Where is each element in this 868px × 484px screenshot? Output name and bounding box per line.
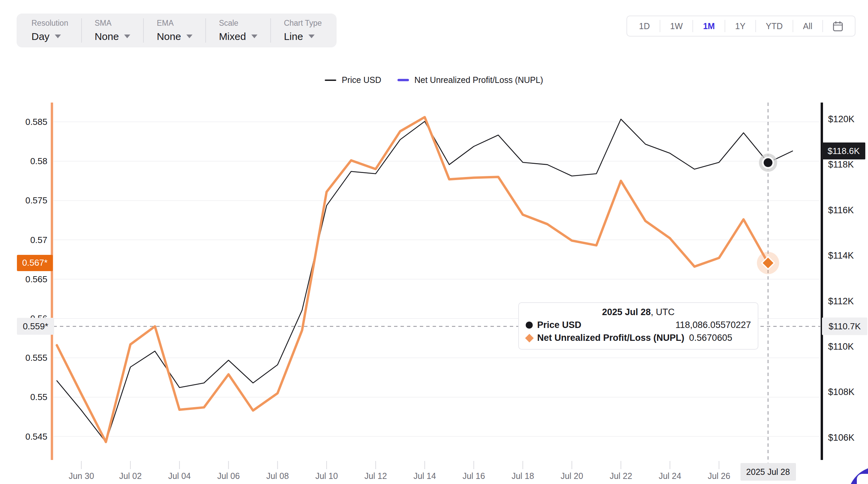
right-axis-tick-label: $118K	[828, 159, 854, 170]
left-axis-tick-label: 0.55	[0, 392, 47, 402]
x-axis-tick-label: Jul 12	[364, 471, 387, 481]
right-axis-tick-label: $116K	[828, 205, 854, 215]
x-axis-tick-label: Jul 10	[315, 471, 338, 481]
x-axis-tick-label: Jul 04	[168, 471, 191, 481]
right-axis-tick-label: $106K	[828, 432, 854, 443]
left-axis-tick-label: 0.57	[0, 235, 47, 245]
x-axis-tick-label: Jul 26	[708, 471, 730, 481]
x-axis-tick-label: Jul 08	[266, 471, 289, 481]
x-axis-tick-label: Jun 30	[69, 471, 94, 481]
tooltip-date: 2025 Jul 28, UTC	[526, 307, 751, 317]
chart-page: Resolution Day SMA None EMA None Scale M…	[0, 0, 868, 484]
price-nupl-chart[interactable]	[0, 0, 868, 484]
x-axis-tick-label: Jul 22	[610, 471, 632, 481]
tooltip-date-bold: 2025 Jul 28	[602, 307, 651, 317]
x-axis-tick-label: Jul 18	[511, 471, 534, 481]
left-axis-tick-label: 0.555	[0, 353, 47, 363]
price-latest-value-badge: $118.6K	[822, 142, 865, 159]
tooltip-timezone: , UTC	[651, 307, 675, 317]
crosshair-date-badge: 2025 Jul 28	[740, 463, 796, 481]
left-axis-tick-label: 0.565	[0, 274, 47, 284]
price-marker-icon	[526, 322, 533, 329]
x-axis-tick-label: Jul 02	[119, 471, 142, 481]
x-axis-tick-label: Jul 16	[462, 471, 485, 481]
chat-bubble-icon	[857, 474, 868, 484]
x-axis-tick-label: Jul 14	[413, 471, 436, 481]
left-axis-tick-label: 0.585	[0, 117, 47, 127]
price-marker-dot	[764, 158, 773, 167]
nupl-marker-icon	[525, 334, 533, 342]
left-axis-tick-label: 0.58	[0, 156, 47, 167]
x-axis-tick-label: Jul 20	[561, 471, 583, 481]
left-axis-tick-label: 0.545	[0, 431, 47, 442]
right-axis-tick-label: $108K	[828, 387, 854, 397]
right-axis-tick-label: $112K	[828, 296, 854, 306]
left-axis-line	[51, 103, 53, 460]
crosshair-left-value-badge: 0.559*	[17, 318, 54, 335]
nupl-latest-value-badge: 0.567*	[17, 255, 53, 271]
tooltip-row-nupl: Net Unrealized Profit/Loss (NUPL) 0.5670…	[526, 333, 751, 343]
tooltip-price-value: 118,086.05570227	[676, 320, 751, 330]
x-axis-tick-label: Jul 24	[659, 471, 681, 481]
left-axis-tick-label: 0.575	[0, 195, 47, 206]
nupl-line	[57, 117, 768, 442]
tooltip-nupl-label: Net Unrealized Profit/Loss (NUPL)	[537, 333, 684, 343]
tooltip-nupl-value: 0.5670605	[689, 333, 732, 343]
tooltip-price-label: Price USD	[537, 320, 581, 330]
chart-tooltip: 2025 Jul 28, UTC Price USD 118,086.05570…	[518, 302, 758, 350]
right-axis-tick-label: $120K	[828, 114, 854, 125]
price-usd-line	[57, 119, 793, 442]
crosshair-right-value-badge: $110.7K	[822, 317, 867, 335]
x-axis-tick-label: Jul 06	[217, 471, 240, 481]
right-axis-tick-label: $110K	[828, 342, 854, 352]
right-axis-tick-label: $114K	[828, 250, 854, 261]
tooltip-row-price: Price USD 118,086.05570227	[526, 320, 751, 330]
